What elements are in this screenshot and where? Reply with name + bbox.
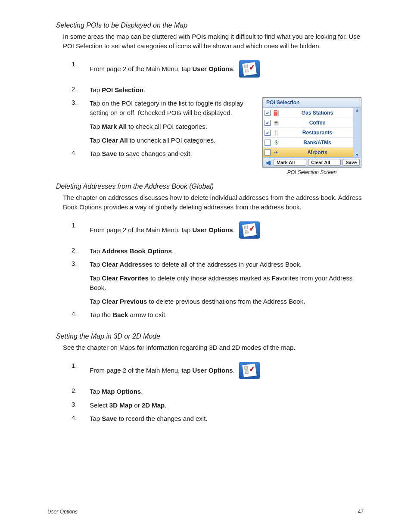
step-bold: 2D Map <box>142 401 165 409</box>
bank-icon: $ <box>273 140 280 146</box>
step-text: to check all POI categories. <box>127 123 207 130</box>
poi-row-gas[interactable]: ⛽Gas Stations <box>263 108 353 118</box>
period: . <box>233 367 235 374</box>
poi-selection-figure: POI Selection ▲▼ ⛽Gas Stations ☕Coffee 🍴… <box>262 97 361 175</box>
poi-row-airports[interactable]: ✈Airports <box>263 147 353 157</box>
checkbox-icon[interactable] <box>265 130 271 136</box>
step-text: Tap <box>90 247 102 255</box>
step-bold: Clear Addresses <box>102 261 153 268</box>
step-text: Tap <box>90 150 102 157</box>
list-number: 4. <box>69 414 90 421</box>
list-number: 3. <box>69 260 90 267</box>
poi-label: Restaurants <box>281 130 353 136</box>
list-number: 3. <box>69 401 90 408</box>
list-number: 2. <box>69 85 90 93</box>
period: . <box>165 401 166 409</box>
step-text: Tap <box>90 388 102 395</box>
list-number: 3. <box>69 99 90 106</box>
list-number: 4. <box>69 149 90 156</box>
step-text: Tap <box>90 261 102 268</box>
step-text: to delete all of the addresses in your A… <box>153 261 302 268</box>
step-bold: Mark All <box>102 123 127 130</box>
checkbox-icon[interactable] <box>265 110 271 116</box>
scroll-bar[interactable]: ▲▼ <box>353 108 361 157</box>
scroll-up-icon[interactable]: ▲ <box>355 108 359 112</box>
step-bold: User Options <box>192 65 233 72</box>
step-bold: Clear Favorites <box>102 274 148 282</box>
user-options-icon: ✔ <box>239 362 260 379</box>
step-text: From page 2 of the Main Menu, tap <box>90 65 192 72</box>
airport-icon: ✈ <box>273 149 280 156</box>
step-text: Tap <box>90 274 102 282</box>
step-text: Tap <box>90 86 102 93</box>
scroll-down-icon[interactable]: ▼ <box>355 152 359 157</box>
poi-label: Bank/ATMs <box>281 140 353 146</box>
intro-poi: In some areas the map can be cluttered w… <box>63 32 364 51</box>
step-text: Select <box>90 401 109 409</box>
checkbox-icon[interactable] <box>265 120 271 126</box>
step-bold: Clear All <box>102 137 128 144</box>
heading-delete-addr: Deleting Addresses from the Address Book… <box>56 183 364 190</box>
list-number: 1. <box>69 362 90 369</box>
step-bold: Back <box>112 311 128 318</box>
list-number: 1. <box>69 221 90 229</box>
period: . <box>141 388 143 395</box>
footer-page-number: 47 <box>358 509 364 515</box>
back-icon[interactable]: ◀ <box>264 159 272 166</box>
restaurant-icon: 🍴 <box>273 130 280 136</box>
step-bold: User Options <box>192 226 233 233</box>
heading-poi: Selecting POIs to be Displayed on the Ma… <box>56 22 364 29</box>
step-text: Tap on the POI category in the list to t… <box>90 99 245 118</box>
step-text: Tap <box>90 298 102 305</box>
user-options-icon: ✔ <box>239 221 260 239</box>
poi-label: Coffee <box>281 120 353 126</box>
step-text: arrow to exit. <box>128 311 167 318</box>
heading-map-mode: Setting the Map in 3D or 2D Mode <box>56 333 364 340</box>
step-text: to delete previous destinations from the… <box>147 298 305 305</box>
step-bold: Map Options <box>102 388 141 395</box>
step-bold: POI Selection <box>102 86 143 93</box>
poi-title: POI Selection <box>263 98 361 108</box>
step-text: to save changes and exit. <box>117 150 192 157</box>
poi-row-restaurants[interactable]: 🍴Restaurants <box>263 128 353 137</box>
save-button[interactable]: Save <box>342 159 360 166</box>
figure-caption: POI Selection Screen <box>262 169 361 175</box>
list-number: 2. <box>69 246 90 254</box>
coffee-icon: ☕ <box>273 120 280 126</box>
step-bold: 3D Map <box>109 401 132 409</box>
step-text: to record the changes and exit. <box>117 415 207 422</box>
step-bold: Save <box>102 415 117 422</box>
period: . <box>233 65 235 72</box>
list-number: 2. <box>69 387 90 394</box>
step-text: or <box>132 401 142 409</box>
list-number: 4. <box>69 310 90 317</box>
mark-all-button[interactable]: Mark All <box>274 159 306 166</box>
intro-delete-addr: The chapter on addresses discusses how t… <box>63 193 364 212</box>
footer-section: User Options <box>47 509 78 515</box>
checkbox-icon[interactable] <box>265 140 271 146</box>
period: . <box>172 247 174 255</box>
intro-map-mode: See the chapter on Maps for information … <box>63 343 364 352</box>
step-text: to uncheck all POI categories. <box>128 137 215 144</box>
step-text: Tap <box>90 137 102 144</box>
step-text: Tap the <box>90 311 112 318</box>
step-bold: Address Book Options <box>102 247 172 255</box>
step-text: Tap <box>90 123 102 130</box>
user-options-icon: ✔ <box>239 60 260 78</box>
gas-station-icon: ⛽ <box>273 110 280 116</box>
step-bold: Save <box>102 150 117 157</box>
period: . <box>143 86 145 93</box>
step-text: From page 2 of the Main Menu, tap <box>90 226 192 233</box>
step-bold: User Options <box>192 367 233 374</box>
list-number: 1. <box>69 60 90 68</box>
clear-all-button[interactable]: Clear All <box>308 159 341 166</box>
step-bold: Clear Previous <box>102 298 147 305</box>
poi-label: Gas Stations <box>281 110 353 116</box>
poi-row-bank[interactable]: $Bank/ATMs <box>263 137 353 147</box>
poi-row-coffee[interactable]: ☕Coffee <box>263 118 353 128</box>
poi-label: Airports <box>281 149 353 156</box>
step-text: Tap <box>90 415 102 422</box>
step-text: From page 2 of the Main Menu, tap <box>90 367 192 374</box>
checkbox-icon[interactable] <box>265 149 271 156</box>
period: . <box>233 226 235 233</box>
